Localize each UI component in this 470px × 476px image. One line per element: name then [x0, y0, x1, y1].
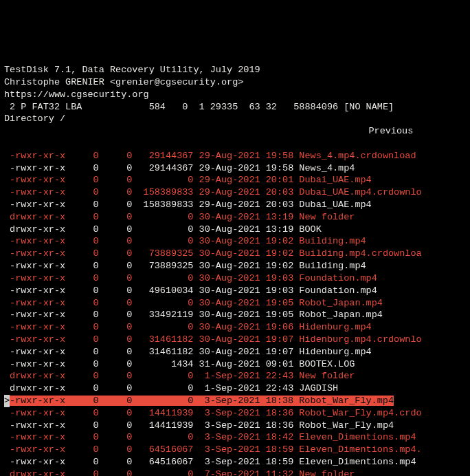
file-row-selected[interactable]: >-rwxr-xr-x 0 0 0 3-Sep-2021 18:38 Robot…	[4, 395, 466, 407]
file-row[interactable]: -rwxr-xr-x 0 0 73889325 30-Aug-2021 19:0…	[4, 248, 466, 260]
file-row[interactable]: -rwxr-xr-x 0 0 31461182 30-Aug-2021 19:0…	[4, 334, 466, 346]
file-row[interactable]: -rwxr-xr-x 0 0 0 30-Aug-2021 19:05 Robot…	[4, 297, 466, 310]
file-row[interactable]: -rwxr-xr-x 0 0 14411939 3-Sep-2021 18:36…	[4, 407, 466, 420]
file-row[interactable]: -rwxr-xr-x 0 0 158389833 29-Aug-2021 20:…	[4, 199, 466, 211]
directory-path: Directory /	[4, 113, 65, 124]
file-row[interactable]: -rwxr-xr-x 0 0 29144367 29-Aug-2021 19:5…	[4, 162, 466, 175]
file-row[interactable]: -rwxr-xr-x 0 0 0 30-Aug-2021 19:03 Found…	[4, 272, 466, 285]
file-row[interactable]: drwxr-xr-x 0 0 0 30-Aug-2021 13:19 New f…	[4, 211, 466, 224]
file-row[interactable]: drwxr-xr-x 0 0 0 1-Sep-2021 22:43 JAGDIS…	[4, 382, 466, 395]
file-row[interactable]: drwxr-xr-x 0 0 0 1-Sep-2021 22:43 New fo…	[4, 370, 466, 382]
file-row[interactable]: -rwxr-xr-x 0 0 0 29-Aug-2021 20:01 Dubai…	[4, 174, 466, 186]
file-row[interactable]: -rwxr-xr-x 0 0 33492119 30-Aug-2021 19:0…	[4, 309, 466, 321]
file-row[interactable]: -rwxr-xr-x 0 0 0 3-Sep-2021 18:42 Eleven…	[4, 431, 466, 444]
file-row[interactable]: -rwxr-xr-x 0 0 64516067 3-Sep-2021 18:59…	[4, 456, 466, 468]
file-row[interactable]: drwxr-xr-x 0 0 0 7-Sep-2021 11:32 New fo…	[4, 468, 466, 476]
file-row[interactable]: -rwxr-xr-x 0 0 73889325 30-Aug-2021 19:0…	[4, 260, 466, 272]
terminal-screen: TestDisk 7.1, Data Recovery Utility, Jul…	[0, 49, 470, 476]
nav-previous[interactable]: Previous	[4, 125, 466, 138]
partition-info: 2 P FAT32 LBA 584 0 1 29335 63 32 588840…	[4, 102, 394, 112]
file-row[interactable]: -rwxr-xr-x 0 0 0 30-Aug-2021 19:02 Build…	[4, 235, 466, 248]
file-row[interactable]: -rwxr-xr-x 0 0 64516067 3-Sep-2021 18:59…	[4, 444, 466, 456]
file-row[interactable]: -rwxr-xr-x 0 0 14411939 3-Sep-2021 18:36…	[4, 420, 466, 432]
file-row[interactable]: -rwxr-xr-x 0 0 31461182 30-Aug-2021 19:0…	[4, 346, 466, 358]
file-row[interactable]: -rwxr-xr-x 0 0 1434 31-Aug-2021 09:01 BO…	[4, 358, 466, 371]
file-row[interactable]: -rwxr-xr-x 0 0 158389833 29-Aug-2021 20:…	[4, 186, 466, 199]
header-line-1: TestDisk 7.1, Data Recovery Utility, Jul…	[4, 65, 260, 75]
file-row[interactable]: -rwxr-xr-x 0 0 49610034 30-Aug-2021 19:0…	[4, 285, 466, 297]
file-row[interactable]: drwxr-xr-x 0 0 0 30-Aug-2021 13:19 BOOK	[4, 224, 466, 236]
header-line-2: Christophe GRENIER <grenier@cgsecurity.o…	[4, 77, 243, 87]
file-list[interactable]: -rwxr-xr-x 0 0 29144367 29-Aug-2021 19:5…	[4, 150, 466, 476]
header-line-3: https://www.cgsecurity.org	[4, 89, 149, 100]
file-row[interactable]: -rwxr-xr-x 0 0 29144367 29-Aug-2021 19:5…	[4, 150, 466, 162]
file-row[interactable]: -rwxr-xr-x 0 0 0 30-Aug-2021 19:06 Hiden…	[4, 321, 466, 334]
